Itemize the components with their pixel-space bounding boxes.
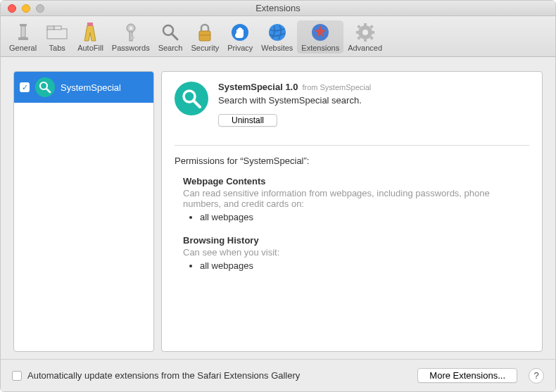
svg-rect-3 bbox=[47, 29, 67, 39]
permission-subtext: Can see when you visit: bbox=[183, 247, 529, 258]
lock-icon bbox=[194, 22, 215, 43]
preferences-window: Extensions General Tabs AutoFill Passwor… bbox=[0, 0, 556, 392]
tab-advanced[interactable]: Advanced bbox=[343, 20, 386, 53]
tab-label: Advanced bbox=[348, 44, 382, 52]
window-title: Extensions bbox=[1, 3, 555, 13]
permission-item: all webpages bbox=[200, 260, 529, 271]
more-extensions-button[interactable]: More Extensions... bbox=[417, 368, 517, 383]
detail-description: Search with SystemSpecial search. bbox=[218, 95, 371, 106]
tab-autofill[interactable]: AutoFill bbox=[73, 20, 108, 53]
svg-line-30 bbox=[46, 89, 50, 92]
svg-point-17 bbox=[269, 24, 286, 41]
svg-rect-5 bbox=[54, 26, 61, 30]
svg-rect-2 bbox=[18, 37, 28, 40]
svg-rect-23 bbox=[356, 31, 360, 34]
tab-label: Passwords bbox=[112, 44, 150, 52]
svg-rect-1 bbox=[21, 26, 25, 37]
footer: Automatically update extensions from the… bbox=[1, 359, 555, 391]
svg-line-32 bbox=[194, 101, 200, 107]
help-button[interactable]: ? bbox=[529, 368, 544, 384]
uninstall-button[interactable]: Uninstall bbox=[218, 114, 277, 127]
permission-section-browsing-history: Browsing History Can see when you visit:… bbox=[175, 235, 529, 271]
tab-label: Extensions bbox=[301, 44, 339, 52]
svg-rect-11 bbox=[132, 37, 134, 39]
detail-author: from SystemSpecial bbox=[302, 83, 371, 91]
permissions-heading: Permissions for “SystemSpecial”: bbox=[175, 156, 529, 166]
permission-list: all webpages bbox=[200, 212, 529, 222]
tab-label: Tabs bbox=[49, 44, 65, 52]
auto-update-label: Automatically update extensions from the… bbox=[27, 370, 412, 381]
permission-heading: Webpage Contents bbox=[183, 176, 529, 186]
tab-general[interactable]: General bbox=[5, 20, 41, 53]
extension-name: SystemSpecial bbox=[61, 82, 121, 93]
hand-icon bbox=[229, 22, 251, 43]
gear-icon bbox=[355, 22, 376, 43]
detail-text-block: SystemSpecial 1.0 from SystemSpecial Sea… bbox=[218, 82, 371, 127]
detail-header: SystemSpecial 1.0 from SystemSpecial Sea… bbox=[175, 82, 529, 137]
svg-rect-14 bbox=[199, 31, 210, 41]
svg-point-20 bbox=[362, 30, 368, 35]
globe-icon bbox=[267, 22, 288, 43]
tab-label: AutoFill bbox=[77, 44, 103, 52]
tab-tabs[interactable]: Tabs bbox=[41, 20, 73, 53]
tab-label: Search bbox=[158, 44, 183, 52]
extension-row-systemspecial[interactable]: ✓ SystemSpecial bbox=[14, 72, 153, 103]
tab-label: Websites bbox=[261, 44, 293, 52]
tabs-icon bbox=[46, 22, 68, 43]
permission-heading: Browsing History bbox=[183, 235, 529, 246]
svg-rect-22 bbox=[364, 38, 367, 42]
tab-extensions[interactable]: Extensions bbox=[297, 20, 343, 53]
puzzle-icon bbox=[310, 22, 331, 43]
tab-label: Security bbox=[191, 44, 219, 52]
traffic-lights bbox=[1, 4, 44, 13]
svg-marker-6 bbox=[84, 25, 96, 41]
permission-item: all webpages bbox=[200, 212, 529, 222]
extension-enabled-checkbox[interactable]: ✓ bbox=[20, 82, 30, 92]
permission-list: all webpages bbox=[200, 260, 529, 271]
key-icon bbox=[120, 22, 141, 43]
extension-detail-pane: SystemSpecial 1.0 from SystemSpecial Sea… bbox=[161, 71, 543, 352]
svg-rect-4 bbox=[47, 26, 54, 30]
titlebar: Extensions bbox=[1, 1, 555, 16]
minimize-window-button[interactable] bbox=[22, 4, 30, 13]
tab-privacy[interactable]: Privacy bbox=[223, 20, 257, 53]
svg-point-9 bbox=[129, 27, 132, 30]
svg-rect-7 bbox=[87, 23, 93, 26]
tab-passwords[interactable]: Passwords bbox=[108, 20, 154, 53]
tab-security[interactable]: Security bbox=[187, 20, 223, 53]
svg-rect-10 bbox=[129, 32, 132, 41]
svg-rect-24 bbox=[371, 31, 374, 34]
extension-icon bbox=[35, 77, 55, 97]
tab-label: Privacy bbox=[227, 44, 253, 52]
svg-rect-21 bbox=[364, 23, 367, 27]
content-area: ✓ SystemSpecial SystemSpecial 1.0 from S… bbox=[1, 57, 555, 359]
divider bbox=[175, 145, 529, 146]
autofill-icon bbox=[80, 22, 101, 43]
svg-line-13 bbox=[172, 34, 177, 39]
zoom-window-button[interactable] bbox=[36, 4, 44, 13]
auto-update-checkbox[interactable] bbox=[12, 371, 22, 381]
preferences-toolbar: General Tabs AutoFill Passwords Search bbox=[1, 16, 555, 57]
detail-extension-icon bbox=[175, 82, 208, 115]
detail-title: SystemSpecial 1.0 bbox=[218, 82, 298, 92]
tab-label: General bbox=[9, 44, 37, 52]
general-icon bbox=[13, 22, 34, 43]
permission-subtext: Can read sensitive information from webp… bbox=[183, 188, 529, 209]
extensions-list: ✓ SystemSpecial bbox=[13, 71, 154, 352]
tab-websites[interactable]: Websites bbox=[257, 20, 297, 53]
tab-search[interactable]: Search bbox=[154, 20, 187, 53]
permission-section-webpage-contents: Webpage Contents Can read sensitive info… bbox=[175, 176, 529, 222]
search-icon bbox=[160, 22, 181, 43]
close-window-button[interactable] bbox=[8, 4, 16, 13]
